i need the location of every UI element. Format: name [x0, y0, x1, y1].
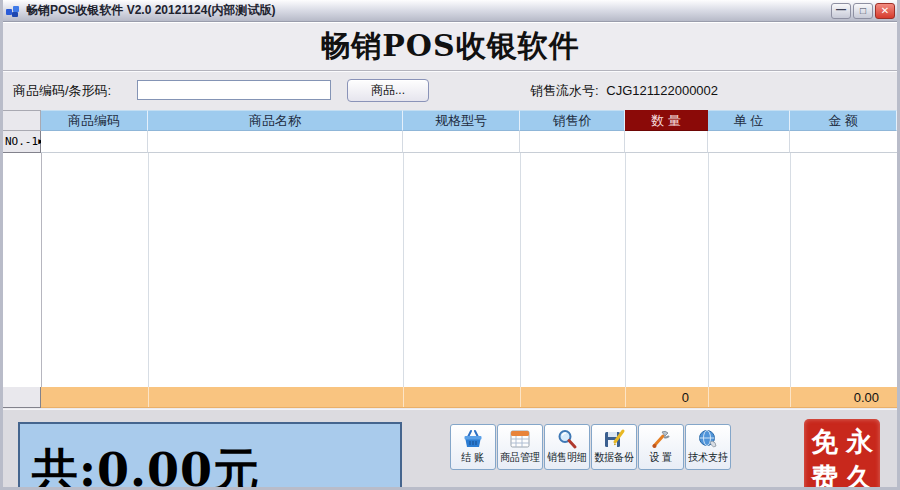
grid-row-1[interactable]: NO.-1 ▶ [3, 131, 897, 153]
button-label: 结 账 [462, 450, 485, 464]
minimize-button[interactable]: — [831, 3, 851, 19]
stamp-char: 永 [842, 426, 877, 458]
barcode-label: 商品编码/条形码: [13, 72, 111, 109]
grid-header: 商品编码 商品名称 规格型号 销售价 数 量 单 位 金 额 [3, 110, 897, 131]
col-header-amount: 金 额 [790, 110, 897, 131]
col-header-unit: 单 位 [708, 110, 790, 131]
sales-detail-button[interactable]: 销售明细 [544, 424, 590, 470]
button-label: 商品管理 [500, 450, 540, 464]
col-header-product-code: 商品编码 [41, 110, 148, 131]
column-divider [708, 387, 709, 407]
col-header-quantity: 数 量 [625, 110, 708, 131]
settings-icon [649, 428, 673, 450]
col-header-sale-price: 销售价 [520, 110, 625, 131]
maximize-button[interactable]: □ [853, 3, 873, 19]
cell-unit [708, 131, 790, 153]
column-divider [520, 387, 521, 407]
data-backup-button[interactable]: 数据备份 [591, 424, 637, 470]
sales-detail-icon [555, 428, 579, 450]
cell-amount [790, 131, 897, 153]
checkout-button[interactable]: 结 账 [450, 424, 496, 470]
stamp-char: 久 [842, 462, 877, 490]
totals-strip: 0 0.00 [41, 387, 897, 408]
column-divider [520, 153, 521, 387]
toolbar: 结 账 商品管理 销售明细 [450, 424, 731, 470]
close-button[interactable]: ✕ [875, 3, 895, 19]
serial-number: 销售流水号: CJG121122000002 [530, 72, 718, 109]
app-icon [5, 4, 21, 18]
entry-row: 商品编码/条形码: 商品... 销售流水号: CJG121122000002 [3, 71, 897, 112]
row-indicator-cell: NO.-1 ▶ [3, 131, 41, 153]
cell-spec-model [403, 131, 520, 153]
app-title: 畅销POS收银软件 [320, 26, 579, 67]
total-quantity: 0 [625, 387, 689, 408]
col-header-spec-model: 规格型号 [403, 110, 520, 131]
titlebar[interactable]: 畅销POS收银软件 V2.0 20121124(内部测试版) — □ ✕ [0, 0, 900, 22]
tech-support-icon [696, 428, 720, 450]
column-divider [790, 153, 791, 387]
footer-panel: 共:0.00元 结 账 商品管理 [3, 409, 897, 487]
column-divider [625, 153, 626, 387]
serial-label: 销售流水号: [530, 83, 599, 98]
tech-support-button[interactable]: 技术支持 [685, 424, 731, 470]
cell-product-name [148, 131, 403, 153]
grand-total-display: 共:0.00元 [18, 422, 402, 490]
column-divider [41, 153, 42, 387]
app-banner: 畅销POS收银软件 [3, 22, 897, 71]
product-management-button[interactable]: 商品管理 [497, 424, 543, 470]
button-label: 设 置 [650, 450, 673, 464]
pos-app-window: 畅销POS收银软件 V2.0 20121124(内部测试版) — □ ✕ 畅销P… [0, 0, 900, 490]
stamp-char: 费 [807, 462, 842, 490]
minimize-icon: — [832, 4, 850, 15]
column-divider [403, 387, 404, 407]
product-management-icon [508, 428, 532, 450]
free-forever-stamp: 免 永 费 久 [804, 419, 880, 490]
column-divider [708, 153, 709, 387]
button-label: 数据备份 [594, 450, 634, 464]
close-icon: ✕ [881, 5, 889, 16]
totals-row-indicator [3, 387, 41, 408]
cell-quantity [625, 131, 708, 153]
row-number: NO.-1 [5, 135, 38, 148]
settings-button[interactable]: 设 置 [638, 424, 684, 470]
total-amount: 0.00 [789, 387, 879, 408]
grid-totals-row: 0 0.00 [3, 387, 897, 408]
button-label: 技术支持 [688, 450, 728, 464]
serial-value: CJG121122000002 [606, 83, 718, 98]
data-backup-icon [602, 428, 626, 450]
button-label: 销售明细 [547, 450, 587, 464]
maximize-icon: □ [860, 5, 866, 16]
product-button[interactable]: 商品... [347, 79, 429, 102]
grid-corner-cell [3, 110, 41, 131]
column-divider [403, 153, 404, 387]
cell-sale-price [520, 131, 625, 153]
stamp-char: 免 [807, 426, 842, 458]
barcode-input[interactable] [137, 80, 331, 100]
column-divider [148, 153, 149, 387]
col-header-product-name: 商品名称 [148, 110, 403, 131]
checkout-icon [461, 428, 485, 450]
column-divider [148, 387, 149, 407]
grid-body [3, 153, 897, 387]
cell-product-code [41, 131, 148, 153]
window-title: 畅销POS收银软件 V2.0 20121124(内部测试版) [26, 2, 829, 19]
